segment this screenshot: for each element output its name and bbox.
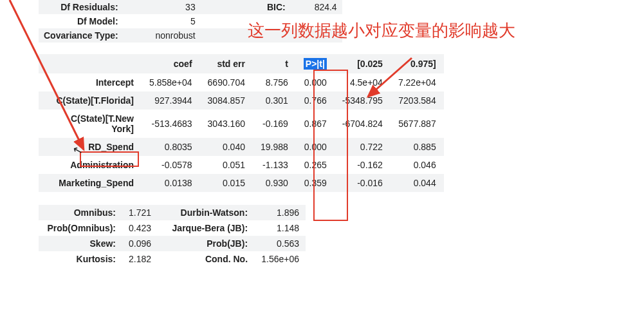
label-df-residuals: Df Residuals:: [39, 0, 124, 14]
col-ci-high: 0.975]: [391, 54, 444, 73]
col-stderr: std err: [200, 54, 253, 73]
label-bic: BIC:: [201, 0, 291, 14]
val-bic: 824.4: [291, 0, 342, 14]
row-marketing-spend: Marketing_Spend 0.0138 0.015 0.930 0.359…: [39, 174, 444, 192]
row-state-newyork: C(State)[T.New York] -513.4683 3043.160 …: [39, 110, 444, 138]
row-state-florida: C(State)[T.Florida] 927.3944 3084.857 0.…: [39, 91, 444, 110]
label-df-model: Df Model:: [39, 14, 124, 28]
pvalue-header-highlight: P>|t|: [304, 58, 327, 70]
col-coef: coef: [142, 54, 200, 73]
annotation-text: 这一列数据越小对应变量的影响越大: [248, 19, 515, 42]
redbox-rd-spend: [80, 151, 139, 167]
val-df-residuals: 33: [124, 0, 201, 14]
row-intercept: Intercept 5.858e+04 6690.704 8.756 0.000…: [39, 73, 444, 91]
coefficients-table: coef std err t P>|t| [0.025 0.975] Inter…: [39, 54, 444, 192]
redbox-pvalue-column: [313, 70, 348, 221]
val-cov-type: nonrobust: [124, 28, 201, 43]
label-cov-type: Covariance Type:: [39, 28, 124, 43]
diagnostics-table: Omnibus: 1.721 Durbin-Watson: 1.896 Prob…: [39, 205, 306, 267]
val-df-model: 5: [124, 14, 201, 28]
col-t: t: [253, 54, 296, 73]
